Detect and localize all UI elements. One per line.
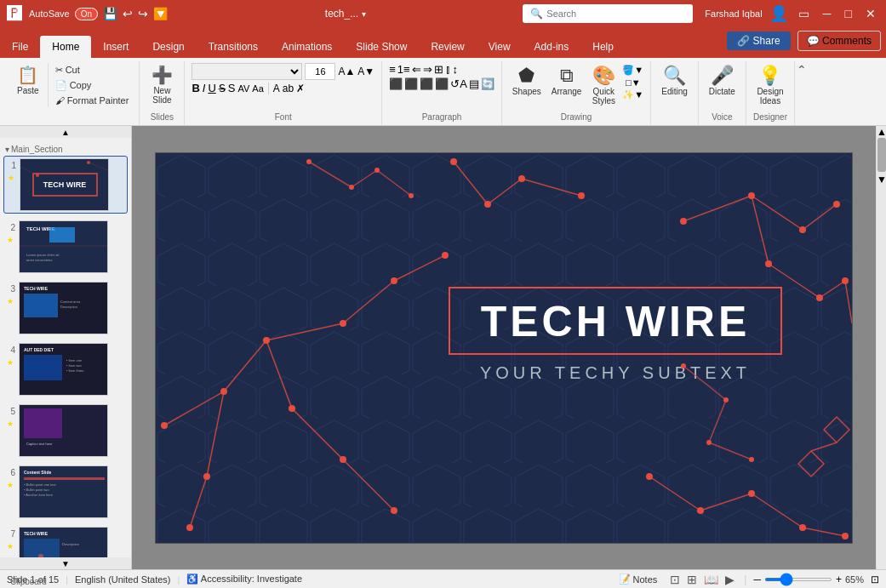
shape-outline-button[interactable]: □▼ xyxy=(622,77,643,88)
tab-transitions[interactable]: Transitions xyxy=(197,36,270,58)
ribbon-collapse[interactable]: ⌃ xyxy=(795,61,809,125)
tab-animations[interactable]: Animations xyxy=(270,36,344,58)
increase-font-button[interactable]: A▲ xyxy=(338,66,355,77)
search-input[interactable] xyxy=(546,9,685,19)
slide-thumb-7[interactable]: 7 ★ TECH WIRE Description xyxy=(3,525,128,557)
fit-window-button[interactable]: ⊡ xyxy=(871,574,879,585)
scroll-up-button[interactable]: ▲ xyxy=(0,126,131,138)
scroll-down-button[interactable]: ▼ xyxy=(0,557,131,569)
collapse-ribbon-button[interactable]: ⌃ xyxy=(797,63,807,77)
redo-button[interactable]: ↪ xyxy=(138,7,148,20)
ribbon-display-button[interactable]: ▭ xyxy=(795,7,813,20)
zoom-slider[interactable] xyxy=(764,578,832,581)
share-button[interactable]: 🔗 Share xyxy=(727,31,790,50)
italic-button[interactable]: I xyxy=(203,82,206,94)
arrange-button[interactable]: ⧉ Arrange xyxy=(548,63,586,98)
zoom-in-button[interactable]: + xyxy=(836,574,842,585)
font-color-button[interactable]: A xyxy=(273,83,280,94)
tab-review[interactable]: Review xyxy=(419,36,476,58)
slide-thumb-3[interactable]: 3 ★ TECH WIRE Content area Description xyxy=(3,280,128,336)
smartart-button[interactable]: ⊞ xyxy=(434,63,443,76)
customize-button[interactable]: 🔽 xyxy=(153,7,168,20)
close-button[interactable]: ✕ xyxy=(862,7,879,20)
new-slide-button[interactable]: ➕ NewSlide xyxy=(146,63,177,106)
autosave-toggle[interactable]: On xyxy=(75,8,98,20)
format-painter-button[interactable]: 🖌 Format Painter xyxy=(52,94,133,107)
tab-file[interactable]: File xyxy=(0,36,40,58)
justify-button[interactable]: ⬛ xyxy=(435,77,449,90)
inc-indent-button[interactable]: ⇒ xyxy=(423,63,432,76)
scroll-down-area[interactable]: ▼ xyxy=(877,174,886,184)
slide-3-thumbnail[interactable]: TECH WIRE Content area Description xyxy=(19,282,108,334)
tab-home[interactable]: Home xyxy=(40,36,91,58)
char-spacing-button[interactable]: AV xyxy=(237,83,249,94)
save-button[interactable]: 💾 xyxy=(103,7,117,20)
language-info[interactable]: English (United States) xyxy=(75,574,171,585)
columns-button[interactable]: ⫿ xyxy=(445,63,451,76)
comments-button[interactable]: 💬 Comments xyxy=(797,31,881,51)
convert-smartart-button[interactable]: 🔄 xyxy=(481,77,494,90)
dec-indent-button[interactable]: ⇐ xyxy=(412,63,421,76)
copy-button[interactable]: 📄 Copy xyxy=(52,78,133,93)
tab-slideshow[interactable]: Slide Show xyxy=(344,36,419,58)
font-size-input[interactable] xyxy=(305,63,335,80)
slide-1-thumbnail[interactable]: TECH WIRE xyxy=(20,158,109,211)
cut-button[interactable]: ✂ Cut xyxy=(52,63,133,77)
align-center-button[interactable]: ⬛ xyxy=(404,77,418,90)
slide-4-thumbnail[interactable]: AUT DED DIET • Item one • Item two • Ite… xyxy=(19,343,108,396)
slide-canvas[interactable]: TECH WIRE YOUR TECHY SUBTEXT xyxy=(155,152,853,544)
search-bar[interactable]: 🔍 xyxy=(523,4,693,23)
slide-sorter-button[interactable]: ⊞ xyxy=(684,573,700,586)
dropdown-arrow[interactable]: ▾ xyxy=(362,9,366,19)
slide-thumb-6[interactable]: 6 ★ Content Slide • Bullet point one tex… xyxy=(3,464,128,520)
zoom-out-button[interactable]: ─ xyxy=(753,574,761,585)
design-ideas-button[interactable]: 💡 DesignIdeas xyxy=(753,63,786,107)
slideshow-view-button[interactable]: ▶ xyxy=(723,573,737,586)
shapes-button[interactable]: ⬟ Shapes xyxy=(509,63,545,98)
bullets-button[interactable]: ≡ xyxy=(389,63,396,76)
bold-button[interactable]: B xyxy=(191,82,199,94)
normal-view-button[interactable]: ⊡ xyxy=(667,573,683,586)
decrease-font-button[interactable]: A▼ xyxy=(357,66,374,77)
tab-insert[interactable]: Insert xyxy=(91,36,140,58)
tab-help[interactable]: Help xyxy=(580,36,626,58)
tab-design[interactable]: Design xyxy=(140,36,196,58)
numbering-button[interactable]: 1≡ xyxy=(397,63,410,76)
tab-addins[interactable]: Add-ins xyxy=(523,36,581,58)
undo-button[interactable]: ↩ xyxy=(123,7,133,20)
scroll-up-area[interactable]: ▲ xyxy=(877,126,886,136)
font-family-select[interactable] xyxy=(191,63,302,80)
text-direction-button[interactable]: ↺A xyxy=(450,77,467,90)
underline-button[interactable]: U xyxy=(208,82,215,94)
accessibility-info[interactable]: ♿ Accessibility: Investigate xyxy=(186,574,302,585)
notes-button[interactable]: 📝 Notes xyxy=(615,574,661,585)
slide-7-thumbnail[interactable]: TECH WIRE Description xyxy=(19,527,108,557)
reading-view-button[interactable]: 📖 xyxy=(701,573,721,586)
slide-6-thumbnail[interactable]: Content Slide • Bullet point one text • … xyxy=(19,465,108,518)
slide-thumb-4[interactable]: 4 ★ AUT DED DIET • Item one • Item two •… xyxy=(3,341,128,397)
shape-fill-button[interactable]: 🪣▼ xyxy=(622,65,643,76)
slide-5-thumbnail[interactable]: Caption text here xyxy=(19,404,108,457)
shape-effects-button[interactable]: ✨▼ xyxy=(622,89,643,100)
align-right-button[interactable]: ⬛ xyxy=(420,77,433,90)
strikethrough-button[interactable]: S̶ xyxy=(219,82,226,94)
editing-button[interactable]: 🔍 Editing xyxy=(658,63,691,98)
change-case-button[interactable]: Aa xyxy=(252,83,263,94)
right-scrollbar[interactable]: ▲ ▼ xyxy=(876,126,886,569)
scroll-thumb[interactable] xyxy=(877,138,886,172)
dictate-button[interactable]: 🎤 Dictate xyxy=(706,63,739,98)
paste-button[interactable]: 📋 Paste xyxy=(10,63,46,97)
shadow-button[interactable]: S xyxy=(228,82,236,94)
highlight-button[interactable]: ab xyxy=(283,83,294,94)
line-spacing-button[interactable]: ↕ xyxy=(453,63,459,76)
slide-2-thumbnail[interactable]: TECH WIRE Lorem ipsum dolor sit amet con… xyxy=(19,220,108,273)
slide-thumb-5[interactable]: 5 ★ Caption text here xyxy=(3,402,128,459)
align-left-button[interactable]: ⬛ xyxy=(389,77,403,90)
maximize-button[interactable]: □ xyxy=(842,7,855,20)
align-text-button[interactable]: ▤ xyxy=(469,77,479,90)
slide-thumb-1[interactable]: 1 ★ TECH WIRE xyxy=(3,156,128,214)
minimize-button[interactable]: ─ xyxy=(820,7,835,20)
clear-format-button[interactable]: ✗ xyxy=(296,83,305,94)
tab-view[interactable]: View xyxy=(477,36,523,58)
quick-styles-button[interactable]: 🎨 QuickStyles xyxy=(588,63,619,107)
